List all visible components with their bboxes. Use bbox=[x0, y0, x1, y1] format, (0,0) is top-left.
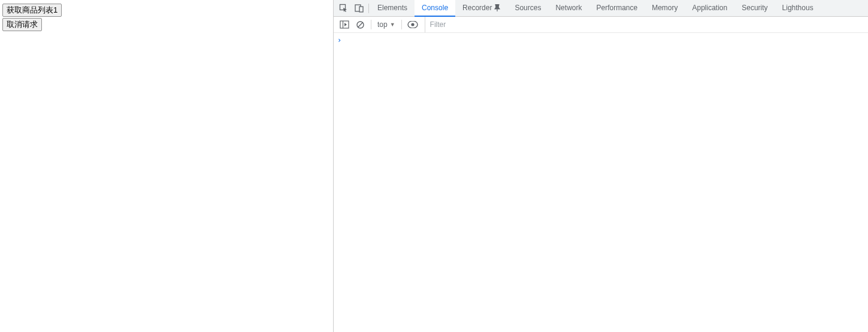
cancel-request-button[interactable]: 取消请求 bbox=[2, 18, 42, 31]
inspect-element-icon[interactable] bbox=[336, 0, 352, 17]
tab-performance[interactable]: Performance bbox=[589, 0, 645, 17]
tab-security[interactable]: Security bbox=[734, 0, 775, 17]
console-filter-input[interactable] bbox=[430, 20, 868, 29]
svg-point-8 bbox=[411, 23, 414, 26]
pin-icon bbox=[494, 4, 500, 11]
svg-rect-2 bbox=[359, 7, 363, 12]
console-toolbar: top ▼ bbox=[334, 17, 868, 33]
fetch-list-button[interactable]: 获取商品列表1 bbox=[2, 4, 62, 17]
filter-wrap bbox=[425, 17, 868, 32]
context-label: top bbox=[377, 20, 388, 29]
tabbar-divider bbox=[368, 4, 369, 13]
page-body: 获取商品列表1 取消请求 bbox=[0, 0, 334, 332]
console-prompt[interactable]: › bbox=[337, 35, 864, 46]
svg-line-7 bbox=[358, 22, 362, 27]
device-toggle-icon[interactable] bbox=[352, 0, 367, 17]
toolbar-divider-1 bbox=[371, 20, 371, 29]
devtools-panel: Elements Console Recorder Sources Networ… bbox=[334, 0, 868, 332]
devtools-tabbar: Elements Console Recorder Sources Networ… bbox=[334, 0, 868, 17]
console-body: › bbox=[334, 33, 868, 332]
tab-recorder[interactable]: Recorder bbox=[455, 0, 507, 17]
toolbar-divider-2 bbox=[401, 20, 402, 29]
tab-network[interactable]: Network bbox=[548, 0, 589, 17]
context-selector[interactable]: top ▼ bbox=[375, 20, 398, 29]
chevron-right-icon: › bbox=[337, 36, 341, 44]
svg-marker-5 bbox=[344, 23, 347, 26]
clear-console-icon[interactable] bbox=[353, 17, 367, 32]
tab-lighthouse[interactable]: Lighthous bbox=[775, 0, 821, 17]
tab-sources[interactable]: Sources bbox=[507, 0, 548, 17]
caret-down-icon: ▼ bbox=[390, 22, 395, 28]
tab-memory[interactable]: Memory bbox=[645, 0, 685, 17]
tab-recorder-label: Recorder bbox=[462, 4, 492, 12]
console-sidebar-toggle-icon[interactable] bbox=[337, 17, 352, 32]
live-expression-icon[interactable] bbox=[406, 17, 420, 32]
tab-application[interactable]: Application bbox=[685, 0, 735, 17]
tab-console[interactable]: Console bbox=[415, 0, 455, 17]
tab-elements[interactable]: Elements bbox=[370, 0, 415, 17]
